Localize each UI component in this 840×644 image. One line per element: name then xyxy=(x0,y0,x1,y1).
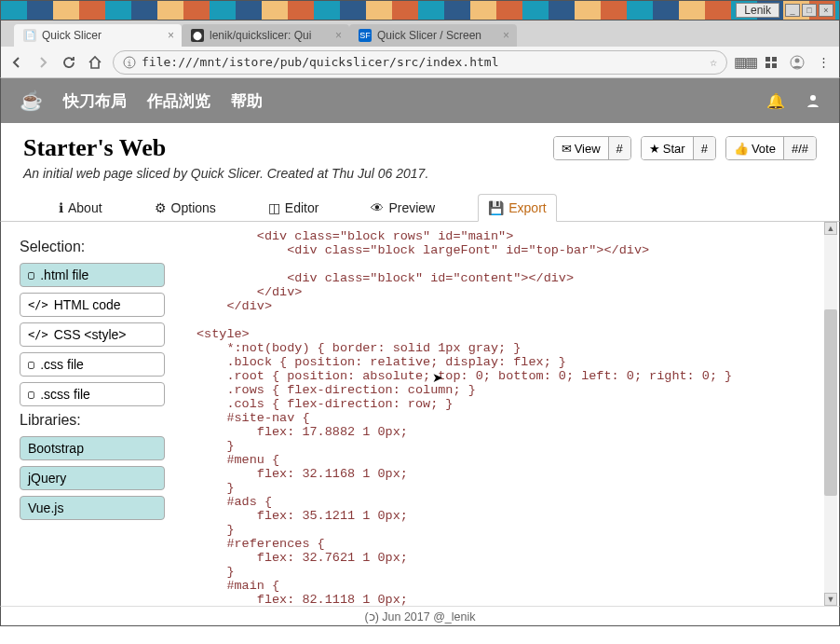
css3-icon: ▢ xyxy=(28,388,34,401)
tab-about[interactable]: ℹAbout xyxy=(49,194,112,221)
scroll-up-button[interactable]: ▲ xyxy=(824,222,837,235)
menu-button[interactable]: ⋮ xyxy=(815,54,832,71)
nav-help[interactable]: 帮助 xyxy=(231,90,263,112)
browser-tab[interactable]: 📄Quick Slicer× xyxy=(14,24,182,47)
selection-option[interactable]: </>HTML code xyxy=(20,293,165,317)
os-minimize-button[interactable]: _ xyxy=(785,4,800,17)
bookmark-star-icon[interactable]: ☆ xyxy=(710,55,717,69)
thumbs-up-icon: 👍 xyxy=(734,142,749,156)
scroll-track[interactable] xyxy=(824,235,837,593)
star-button[interactable]: ★Star # xyxy=(641,136,716,160)
browser-toolbar: i file:///mnt/istore/pub/quickslicer/src… xyxy=(0,47,840,78)
svg-point-8 xyxy=(810,95,816,101)
code-icon: </> xyxy=(28,298,48,311)
os-titlebar: Lenik _ □ × xyxy=(0,0,840,21)
library-option[interactable]: jQuery xyxy=(20,466,165,490)
selection-option[interactable]: ▢.html file xyxy=(20,263,165,287)
page-title: Starter's Web xyxy=(23,134,538,162)
view-button[interactable]: ✉View # xyxy=(553,136,631,160)
svg-rect-4 xyxy=(765,63,770,68)
extensions-button[interactable] xyxy=(763,54,779,71)
star-icon: ★ xyxy=(649,142,660,156)
os-username: Lenik xyxy=(736,3,779,18)
info-icon: i xyxy=(123,56,136,69)
nav-layout[interactable]: 快刀布局 xyxy=(63,90,127,112)
tab-options[interactable]: ⚙Options xyxy=(145,194,225,221)
libraries-heading: Libraries: xyxy=(20,412,165,429)
svg-rect-2 xyxy=(765,57,770,62)
crop-icon: ◫ xyxy=(268,200,280,215)
svg-point-7 xyxy=(795,58,800,62)
footer: (ɔ) Jun 2017 @_lenik xyxy=(0,606,840,626)
forward-button[interactable] xyxy=(34,54,51,71)
code-output[interactable]: <div class="block rows" id="main"> <div … xyxy=(178,222,839,606)
app-navbar: ☕ 快刀布局 作品浏览 帮助 🔔 xyxy=(0,78,840,123)
qr-icon[interactable]: ▦▦ xyxy=(737,54,753,71)
close-tab-icon[interactable]: × xyxy=(168,29,174,42)
tab-bar: ℹAbout⚙Options◫Editor👁Preview💾Export xyxy=(0,188,840,222)
gear-icon: ⚙ xyxy=(155,200,167,215)
selection-heading: Selection: xyxy=(20,239,165,255)
profile-button[interactable] xyxy=(789,54,806,71)
close-tab-icon[interactable]: × xyxy=(335,29,342,42)
tab-title: lenik/quickslicer: Qui xyxy=(210,29,311,42)
eye-icon: 👁 xyxy=(371,200,384,215)
tab-editor[interactable]: ◫Editor xyxy=(259,194,329,221)
footer-text: (ɔ) Jun 2017 @_lenik xyxy=(364,610,475,623)
os-close-button[interactable]: × xyxy=(819,4,833,17)
scroll-thumb[interactable] xyxy=(824,309,837,496)
back-button[interactable] xyxy=(8,54,25,71)
page-subtitle: An initial web page sliced by Quick Slic… xyxy=(23,166,538,181)
tab-export[interactable]: 💾Export xyxy=(478,194,556,222)
svg-rect-3 xyxy=(772,57,777,62)
selection-option[interactable]: </>CSS <style> xyxy=(20,322,165,347)
page-header: Starter's Web An initial web page sliced… xyxy=(0,123,840,188)
browser-tab[interactable]: ⬤lenik/quickslicer: Qui× xyxy=(182,24,349,47)
home-button[interactable] xyxy=(87,54,103,71)
vote-button[interactable]: 👍Vote #/# xyxy=(725,136,817,160)
tab-preview[interactable]: 👁Preview xyxy=(361,194,444,221)
tab-title: Quick Slicer / Screen xyxy=(377,29,481,42)
url-text: file:///mnt/istore/pub/quickslicer/src/i… xyxy=(142,55,499,69)
close-tab-icon[interactable]: × xyxy=(503,29,509,42)
app-logo-icon: ☕ xyxy=(20,89,43,112)
svg-text:i: i xyxy=(127,59,131,68)
main-area: Selection: ▢.html file</>HTML code</>CSS… xyxy=(0,222,840,606)
save-icon: 💾 xyxy=(488,200,504,215)
scrollbar[interactable]: ▲ ▼ xyxy=(824,222,837,606)
code-icon: </> xyxy=(28,328,48,341)
svg-rect-5 xyxy=(772,63,777,68)
browser-tab[interactable]: SFQuick Slicer / Screen× xyxy=(349,24,517,47)
library-option[interactable]: Bootstrap xyxy=(20,436,165,460)
html5-icon: ▢ xyxy=(28,268,34,281)
os-maximize-button[interactable]: □ xyxy=(802,4,817,17)
bell-icon[interactable]: 🔔 xyxy=(766,92,785,110)
library-option[interactable]: Vue.js xyxy=(20,496,165,520)
info-icon: ℹ xyxy=(59,200,63,215)
sidebar: Selection: ▢.html file</>HTML code</>CSS… xyxy=(1,222,178,606)
url-bar[interactable]: i file:///mnt/istore/pub/quickslicer/src… xyxy=(113,50,727,75)
selection-option[interactable]: ▢.css file xyxy=(20,352,165,377)
envelope-icon: ✉ xyxy=(562,142,572,156)
user-icon[interactable] xyxy=(806,93,820,108)
scroll-down-button[interactable]: ▼ xyxy=(824,593,837,606)
nav-gallery[interactable]: 作品浏览 xyxy=(147,90,210,112)
reload-button[interactable] xyxy=(61,54,77,71)
css3-icon: ▢ xyxy=(28,358,34,371)
tab-title: Quick Slicer xyxy=(42,29,102,42)
browser-tabstrip: 📄Quick Slicer×⬤lenik/quickslicer: Qui×SF… xyxy=(0,21,840,47)
selection-option[interactable]: ▢.scss file xyxy=(20,382,165,406)
